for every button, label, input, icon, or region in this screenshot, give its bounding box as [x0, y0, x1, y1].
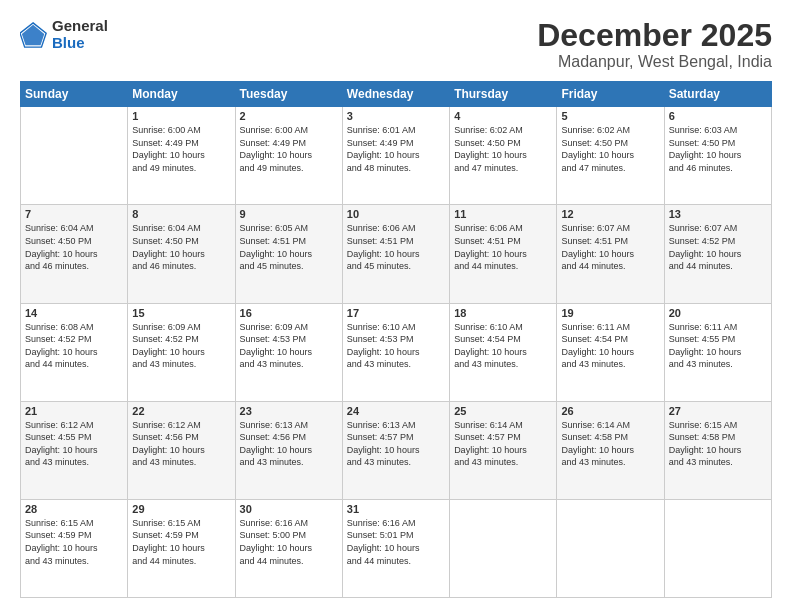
calendar-cell: 17Sunrise: 6:10 AM Sunset: 4:53 PM Dayli…: [342, 303, 449, 401]
day-info: Sunrise: 6:09 AM Sunset: 4:53 PM Dayligh…: [240, 321, 338, 371]
day-number: 6: [669, 110, 767, 122]
day-number: 8: [132, 208, 230, 220]
day-info: Sunrise: 6:10 AM Sunset: 4:54 PM Dayligh…: [454, 321, 552, 371]
day-number: 20: [669, 307, 767, 319]
calendar-cell: 29Sunrise: 6:15 AM Sunset: 4:59 PM Dayli…: [128, 499, 235, 597]
calendar-cell: 16Sunrise: 6:09 AM Sunset: 4:53 PM Dayli…: [235, 303, 342, 401]
calendar-cell: 18Sunrise: 6:10 AM Sunset: 4:54 PM Dayli…: [450, 303, 557, 401]
calendar-cell: [450, 499, 557, 597]
calendar-cell: 1Sunrise: 6:00 AM Sunset: 4:49 PM Daylig…: [128, 107, 235, 205]
day-number: 18: [454, 307, 552, 319]
calendar-cell: 21Sunrise: 6:12 AM Sunset: 4:55 PM Dayli…: [21, 401, 128, 499]
day-number: 30: [240, 503, 338, 515]
col-monday: Monday: [128, 82, 235, 107]
day-info: Sunrise: 6:16 AM Sunset: 5:01 PM Dayligh…: [347, 517, 445, 567]
day-number: 9: [240, 208, 338, 220]
day-number: 16: [240, 307, 338, 319]
header: General Blue December 2025 Madanpur, Wes…: [20, 18, 772, 71]
day-info: Sunrise: 6:06 AM Sunset: 4:51 PM Dayligh…: [454, 222, 552, 272]
svg-marker-0: [22, 24, 44, 45]
col-thursday: Thursday: [450, 82, 557, 107]
day-info: Sunrise: 6:04 AM Sunset: 4:50 PM Dayligh…: [25, 222, 123, 272]
logo-blue-text: Blue: [52, 35, 108, 52]
day-info: Sunrise: 6:11 AM Sunset: 4:55 PM Dayligh…: [669, 321, 767, 371]
day-number: 15: [132, 307, 230, 319]
day-number: 10: [347, 208, 445, 220]
day-number: 27: [669, 405, 767, 417]
calendar-cell: 10Sunrise: 6:06 AM Sunset: 4:51 PM Dayli…: [342, 205, 449, 303]
col-wednesday: Wednesday: [342, 82, 449, 107]
calendar-week-5: 28Sunrise: 6:15 AM Sunset: 4:59 PM Dayli…: [21, 499, 772, 597]
day-number: 4: [454, 110, 552, 122]
page: General Blue December 2025 Madanpur, Wes…: [0, 0, 792, 612]
day-info: Sunrise: 6:09 AM Sunset: 4:52 PM Dayligh…: [132, 321, 230, 371]
logo-icon: [20, 21, 48, 49]
calendar-cell: 3Sunrise: 6:01 AM Sunset: 4:49 PM Daylig…: [342, 107, 449, 205]
day-number: 28: [25, 503, 123, 515]
col-tuesday: Tuesday: [235, 82, 342, 107]
day-info: Sunrise: 6:15 AM Sunset: 4:59 PM Dayligh…: [25, 517, 123, 567]
day-number: 21: [25, 405, 123, 417]
day-number: 11: [454, 208, 552, 220]
col-sunday: Sunday: [21, 82, 128, 107]
day-info: Sunrise: 6:08 AM Sunset: 4:52 PM Dayligh…: [25, 321, 123, 371]
sub-title: Madanpur, West Bengal, India: [537, 53, 772, 71]
col-friday: Friday: [557, 82, 664, 107]
col-saturday: Saturday: [664, 82, 771, 107]
day-info: Sunrise: 6:13 AM Sunset: 4:56 PM Dayligh…: [240, 419, 338, 469]
calendar-cell: 19Sunrise: 6:11 AM Sunset: 4:54 PM Dayli…: [557, 303, 664, 401]
day-number: 2: [240, 110, 338, 122]
calendar-cell: 22Sunrise: 6:12 AM Sunset: 4:56 PM Dayli…: [128, 401, 235, 499]
calendar-cell: 7Sunrise: 6:04 AM Sunset: 4:50 PM Daylig…: [21, 205, 128, 303]
calendar-week-4: 21Sunrise: 6:12 AM Sunset: 4:55 PM Dayli…: [21, 401, 772, 499]
day-info: Sunrise: 6:03 AM Sunset: 4:50 PM Dayligh…: [669, 124, 767, 174]
day-number: 24: [347, 405, 445, 417]
calendar-cell: 5Sunrise: 6:02 AM Sunset: 4:50 PM Daylig…: [557, 107, 664, 205]
calendar-cell: 28Sunrise: 6:15 AM Sunset: 4:59 PM Dayli…: [21, 499, 128, 597]
day-info: Sunrise: 6:07 AM Sunset: 4:51 PM Dayligh…: [561, 222, 659, 272]
main-title: December 2025: [537, 18, 772, 53]
logo: General Blue: [20, 18, 108, 51]
day-info: Sunrise: 6:02 AM Sunset: 4:50 PM Dayligh…: [454, 124, 552, 174]
day-number: 22: [132, 405, 230, 417]
calendar-cell: 26Sunrise: 6:14 AM Sunset: 4:58 PM Dayli…: [557, 401, 664, 499]
day-info: Sunrise: 6:10 AM Sunset: 4:53 PM Dayligh…: [347, 321, 445, 371]
calendar-week-1: 1Sunrise: 6:00 AM Sunset: 4:49 PM Daylig…: [21, 107, 772, 205]
calendar-cell: 11Sunrise: 6:06 AM Sunset: 4:51 PM Dayli…: [450, 205, 557, 303]
calendar-cell: 14Sunrise: 6:08 AM Sunset: 4:52 PM Dayli…: [21, 303, 128, 401]
day-info: Sunrise: 6:14 AM Sunset: 4:57 PM Dayligh…: [454, 419, 552, 469]
day-number: 25: [454, 405, 552, 417]
calendar-cell: 31Sunrise: 6:16 AM Sunset: 5:01 PM Dayli…: [342, 499, 449, 597]
day-info: Sunrise: 6:06 AM Sunset: 4:51 PM Dayligh…: [347, 222, 445, 272]
logo-general-text: General: [52, 18, 108, 35]
day-number: 29: [132, 503, 230, 515]
title-block: December 2025 Madanpur, West Bengal, Ind…: [537, 18, 772, 71]
day-info: Sunrise: 6:07 AM Sunset: 4:52 PM Dayligh…: [669, 222, 767, 272]
day-number: 12: [561, 208, 659, 220]
calendar-cell: [21, 107, 128, 205]
calendar-week-3: 14Sunrise: 6:08 AM Sunset: 4:52 PM Dayli…: [21, 303, 772, 401]
day-info: Sunrise: 6:15 AM Sunset: 4:58 PM Dayligh…: [669, 419, 767, 469]
day-info: Sunrise: 6:00 AM Sunset: 4:49 PM Dayligh…: [132, 124, 230, 174]
calendar-cell: 25Sunrise: 6:14 AM Sunset: 4:57 PM Dayli…: [450, 401, 557, 499]
day-number: 13: [669, 208, 767, 220]
day-info: Sunrise: 6:02 AM Sunset: 4:50 PM Dayligh…: [561, 124, 659, 174]
day-info: Sunrise: 6:11 AM Sunset: 4:54 PM Dayligh…: [561, 321, 659, 371]
calendar-week-2: 7Sunrise: 6:04 AM Sunset: 4:50 PM Daylig…: [21, 205, 772, 303]
day-number: 5: [561, 110, 659, 122]
calendar-cell: [664, 499, 771, 597]
day-info: Sunrise: 6:04 AM Sunset: 4:50 PM Dayligh…: [132, 222, 230, 272]
day-info: Sunrise: 6:14 AM Sunset: 4:58 PM Dayligh…: [561, 419, 659, 469]
calendar-cell: 24Sunrise: 6:13 AM Sunset: 4:57 PM Dayli…: [342, 401, 449, 499]
day-number: 17: [347, 307, 445, 319]
day-info: Sunrise: 6:16 AM Sunset: 5:00 PM Dayligh…: [240, 517, 338, 567]
day-info: Sunrise: 6:01 AM Sunset: 4:49 PM Dayligh…: [347, 124, 445, 174]
day-number: 23: [240, 405, 338, 417]
day-number: 7: [25, 208, 123, 220]
day-info: Sunrise: 6:12 AM Sunset: 4:55 PM Dayligh…: [25, 419, 123, 469]
calendar-cell: 9Sunrise: 6:05 AM Sunset: 4:51 PM Daylig…: [235, 205, 342, 303]
calendar-cell: [557, 499, 664, 597]
day-number: 3: [347, 110, 445, 122]
calendar-table: Sunday Monday Tuesday Wednesday Thursday…: [20, 81, 772, 598]
calendar-cell: 8Sunrise: 6:04 AM Sunset: 4:50 PM Daylig…: [128, 205, 235, 303]
